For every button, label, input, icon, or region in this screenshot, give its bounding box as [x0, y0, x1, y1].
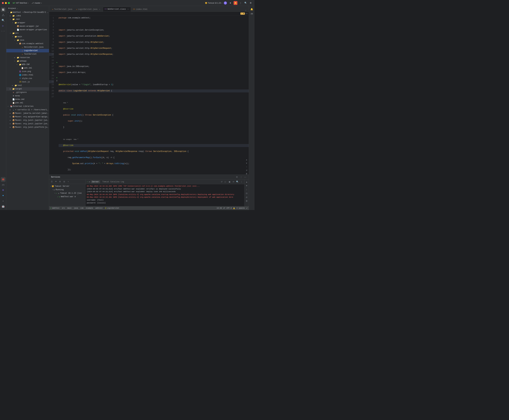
activity-ai[interactable]: ✦ — [1, 199, 6, 203]
tree-item-pom-xml[interactable]: 📋 pom.xml — [6, 101, 49, 105]
activity-files[interactable] — [1, 7, 6, 12]
tree-item-src[interactable]: ▾ 📁 src — [6, 31, 49, 35]
tab-catalina[interactable]: Tomcat Catalina Log — [101, 180, 125, 183]
breadcrumb-java[interactable]: java — [74, 207, 78, 209]
tree-item-idea[interactable]: ▶ 📁 .idea — [6, 14, 49, 18]
tree-item-wrapper[interactable]: ▾ 📁 wrapper — [6, 21, 49, 24]
gutter-icon-line22-bookmark[interactable]: @ — [55, 79, 58, 82]
tree-item-maven-apiguardian[interactable]: ▶ 📦 Maven: org.apiguardian:apiguardian-a… — [6, 115, 49, 119]
maximize-button[interactable] — [8, 2, 10, 4]
tree-item-com-example[interactable]: ▾ 📦 com.example.webtest — [6, 42, 49, 45]
services-item-tomcat-10[interactable]: ▾ ✓ ↺ Tomcat 10.1.23 [loc — [49, 191, 85, 195]
tree-item-main[interactable]: ▾ 📁 main — [6, 35, 49, 38]
statusbar-line-ending[interactable]: LF — [223, 207, 225, 209]
code-editor[interactable]: package com.example.webtest; import jaka… — [55, 15, 249, 174]
services-eye-icon[interactable]: 👁 — [54, 180, 58, 183]
log-more-icon[interactable]: ⋮ — [240, 180, 243, 184]
minimize-button[interactable] — [5, 2, 7, 4]
tomcat-selector[interactable]: 🐱 Tomcat 10.1.23 › — [205, 2, 222, 4]
tree-item-mvn[interactable]: ▾ 📁 .mvn — [6, 18, 49, 21]
search-icon[interactable]: 🔍 — [244, 1, 247, 5]
settings-icon[interactable]: ⚙ — [249, 1, 253, 5]
tree-item-webapp[interactable]: ▾ 📁 webapp — [6, 59, 49, 63]
tree-item-webtest-root[interactable]: ▾ 📁 WebTest ~/Desktop/CS/JavaEE/1 JavaWe — [6, 11, 49, 14]
activity-db[interactable]: 🗃 — [1, 182, 6, 187]
services-add-icon[interactable]: + — [67, 180, 70, 183]
tree-item-target[interactable]: ▶ 📁 target — [6, 87, 49, 91]
tree-item-java-dir[interactable]: ▾ 📁 java — [6, 38, 49, 42]
activity-bot[interactable]: 🤖 — [1, 204, 6, 209]
tree-item-maven-wrapper-jar[interactable]: 📦 maven-wrapper.jar — [6, 24, 49, 28]
activity-find[interactable]: 🔍 — [1, 18, 6, 23]
more-options-icon[interactable]: ⋮ — [239, 1, 242, 5]
tree-item-web-inf[interactable]: ▾ 📁 WEB-INF — [6, 63, 49, 66]
tree-item-icon-png[interactable]: 🖼 icon.png — [6, 70, 49, 73]
gutter-icon-line21[interactable]: ● — [55, 76, 58, 79]
tab-test-servlet[interactable]: ☕ TestServlet.java — [50, 7, 74, 12]
svc-right-icon-1[interactable]: ▲ — [245, 180, 248, 184]
tree-item-resources[interactable]: ▶ 📁 resources — [6, 56, 49, 59]
activity-blue-circle[interactable]: ● — [1, 193, 6, 198]
breadcrumb-src[interactable]: src — [62, 207, 65, 209]
svc-right-icon-3[interactable]: ↕ — [245, 188, 248, 191]
statusbar-settings-icon[interactable]: ⚙ — [50, 207, 51, 209]
tree-item-index-html[interactable]: 🌐 index.html — [6, 73, 49, 77]
services-settings-icon[interactable]: ⚙ — [235, 175, 239, 179]
close-button[interactable] — [2, 2, 4, 4]
log-restart-icon[interactable]: ↺ — [220, 180, 223, 184]
gutter-icon-line16[interactable]: ● — [55, 61, 58, 64]
svc-right-icon-4[interactable]: ⊟ — [245, 191, 248, 195]
breadcrumb-loginservlet[interactable]: LoginServlet — [107, 207, 119, 209]
branch-selector[interactable]: ⎇ master › — [30, 2, 43, 4]
tab-webservlet[interactable]: <> WebServlet.class ✕ — [103, 7, 131, 12]
bookmark-icon[interactable]: ★ — [229, 1, 232, 5]
tree-item-maven-junit-api[interactable]: ▶ 📦 Maven: org.junit.jupiter:junit-jupit… — [6, 119, 49, 122]
user-avatar[interactable]: G — [224, 1, 227, 5]
tree-item-ext-libs[interactable]: ▾ 📚 External Libraries — [6, 105, 49, 108]
tree-item-test-dir[interactable]: ▶ 📁 test — [6, 84, 49, 87]
tree-item-maven-wrapper-props[interactable]: 📄 maven-wrapper.properties — [6, 28, 49, 31]
services-more-icon[interactable]: ⋮ — [239, 175, 243, 179]
services-item-webtest-war[interactable]: ✓ ✔ WebTest:war e — [49, 195, 85, 198]
services-item-tomcat-server[interactable]: ▾ 🐱 Tomcat Server — [49, 185, 85, 188]
editor-content[interactable]: 1 2 3 4 5 6 7 8 9 10 11 12 13 14 15 16 1 — [49, 15, 249, 174]
breadcrumb-com[interactable]: com — [80, 207, 84, 209]
project-selector[interactable]: WT WT WebTest › — [12, 2, 29, 4]
tab-server[interactable]: Server — [91, 180, 100, 183]
activity-run[interactable]: ▷ — [1, 23, 6, 28]
tab-login-servlet[interactable]: ☕ LoginServlet.java ✕ — [74, 7, 102, 12]
breadcrumb-webtest2[interactable]: webtest — [95, 207, 103, 209]
tree-item-style-css[interactable]: # style.css — [6, 77, 49, 80]
tree-item-gitignore[interactable]: ⊙ .gitignore — [6, 91, 49, 94]
notification-icon[interactable]: 🔔 — [234, 1, 237, 5]
statusbar-encoding[interactable]: UTF-8 — [226, 207, 232, 209]
log-stop-icon[interactable]: ◼ — [228, 180, 231, 184]
svc-right-icon-6[interactable]: 🗑 — [245, 199, 248, 202]
tab-more-options[interactable]: ⋯ — [244, 9, 247, 12]
tab-close-login[interactable]: ✕ — [99, 8, 101, 10]
tab-index-html[interactable]: <> index.html — [131, 7, 149, 12]
right-icon-db[interactable]: 🗃 — [250, 12, 254, 15]
svc-right-icon-2[interactable]: ▼ — [245, 184, 248, 187]
tree-item-maven-junit-platform[interactable]: ▶ 📦 Maven: org.junit.platform:junit-plat… — [6, 126, 49, 129]
svc-right-icon-5[interactable]: 🖨 — [245, 195, 248, 199]
activity-dots[interactable]: ··· — [1, 29, 6, 34]
tree-item-maven-junit-engine[interactable]: ▶ 📦 Maven: org.junit.jupiter:junit-jupit… — [6, 122, 49, 126]
services-add-group-icon[interactable]: ⊞ — [62, 180, 66, 183]
log-reload-icon[interactable]: ⟳ — [232, 180, 235, 184]
statusbar-indent[interactable]: 4 spaces — [236, 207, 245, 209]
tree-item-maven-jakarta[interactable]: ▶ 📦 Maven: jakarta.servlet:jakarta.servl… — [6, 112, 49, 115]
log-search-icon[interactable]: 🔍 — [236, 180, 239, 184]
activity-maven[interactable]: m — [1, 188, 6, 193]
unfold-icon[interactable]: ∨ — [247, 13, 247, 15]
tree-item-web-xml[interactable]: 📋 web.xml — [6, 66, 49, 70]
tree-item-mvnw[interactable]: m mvnw — [6, 94, 49, 98]
activity-vcs[interactable] — [1, 13, 6, 17]
tree-item-mvnw-cmd[interactable]: 📄 mvnw.cmd — [6, 98, 49, 101]
tree-item-test-servlet[interactable]: ☕ TestServlet — [6, 52, 49, 56]
tree-item-corretto[interactable]: ▶ ☕ < corretto-11 > /Users/eve/Library/J… — [6, 108, 49, 112]
services-close-icon[interactable]: — — [243, 175, 247, 179]
right-icon-bookmark[interactable]: 🔔 — [250, 7, 254, 11]
fold-icon[interactable]: ∧ — [246, 13, 247, 15]
services-item-running[interactable]: ▾ ▷ Running — [49, 188, 85, 191]
